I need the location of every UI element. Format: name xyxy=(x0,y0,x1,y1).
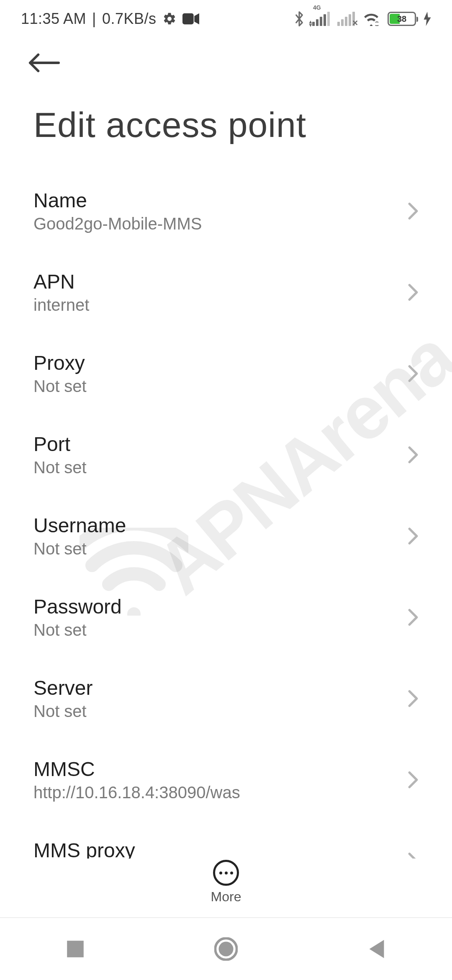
signal-sim2: ✕ xyxy=(337,12,355,26)
status-time: 11:35 AM xyxy=(21,10,86,28)
item-value: Not set xyxy=(33,377,87,396)
chevron-right-icon xyxy=(408,689,419,708)
wifi-icon xyxy=(362,12,380,26)
item-port[interactable]: Port Not set xyxy=(0,414,452,495)
gear-icon xyxy=(162,12,177,26)
more-icon xyxy=(213,860,239,886)
back-button[interactable] xyxy=(25,44,63,82)
item-password[interactable]: Password Not set xyxy=(0,577,452,658)
status-left: 11:35 AM | 0.7KB/s xyxy=(21,10,199,28)
svg-point-4 xyxy=(219,942,234,957)
item-value: Not set xyxy=(33,702,92,721)
chevron-right-icon xyxy=(408,202,419,220)
item-name[interactable]: Name Good2go-Mobile-MMS xyxy=(0,170,452,252)
item-label: Proxy xyxy=(33,351,87,374)
nav-home-button[interactable] xyxy=(184,937,268,961)
chevron-right-icon xyxy=(408,852,419,859)
item-mms-proxy[interactable]: MMS proxy 10.16.18.77 xyxy=(0,820,452,859)
chevron-right-icon xyxy=(408,771,419,789)
battery-icon: 38 xyxy=(388,12,416,26)
svg-rect-0 xyxy=(182,13,194,25)
arrow-left-icon xyxy=(28,52,60,73)
status-sep: | xyxy=(92,10,96,28)
battery-text: 38 xyxy=(397,14,406,24)
item-value: Not set xyxy=(33,621,122,640)
more-button[interactable]: More xyxy=(0,860,452,905)
item-server[interactable]: Server Not set xyxy=(0,658,452,739)
status-rate: 0.7KB/s xyxy=(102,10,157,28)
signal-arrows-icon: ▲▼ xyxy=(308,20,313,27)
circle-icon xyxy=(214,937,238,961)
item-proxy[interactable]: Proxy Not set xyxy=(0,333,452,414)
settings-list: Name Good2go-Mobile-MMS APN internet Pro… xyxy=(0,170,452,859)
signal-x-icon: ✕ xyxy=(352,18,358,28)
square-icon xyxy=(66,940,85,958)
nav-bar xyxy=(0,917,452,980)
triangle-left-icon xyxy=(367,939,386,959)
item-label: Username xyxy=(33,514,126,537)
status-bar: 11:35 AM | 0.7KB/s 4G ▲▼ ✕ 38 xyxy=(0,0,452,38)
page-title: Edit access point xyxy=(0,88,452,170)
nav-back-button[interactable] xyxy=(335,939,419,959)
item-label: Password xyxy=(33,595,122,618)
signal-sim1: 4G ▲▼ xyxy=(312,12,330,26)
item-value: Not set xyxy=(33,458,87,477)
bluetooth-icon xyxy=(294,10,305,27)
more-label: More xyxy=(211,889,241,905)
item-label: APN xyxy=(33,270,89,293)
video-icon xyxy=(182,13,199,25)
item-label: Port xyxy=(33,433,87,456)
item-username[interactable]: Username Not set xyxy=(0,495,452,577)
item-label: MMSC xyxy=(33,758,240,781)
item-label: Server xyxy=(33,676,92,699)
chevron-right-icon xyxy=(408,446,419,464)
chevron-right-icon xyxy=(408,364,419,383)
item-label: Name xyxy=(33,189,202,212)
charging-icon xyxy=(424,12,431,26)
nav-recent-button[interactable] xyxy=(33,940,117,958)
item-value: http://10.16.18.4:38090/was xyxy=(33,783,240,802)
chevron-right-icon xyxy=(408,527,419,545)
chevron-right-icon xyxy=(408,608,419,627)
svg-rect-2 xyxy=(67,941,84,957)
item-value: Good2go-Mobile-MMS xyxy=(33,214,202,233)
item-value: internet xyxy=(33,296,89,315)
item-apn[interactable]: APN internet xyxy=(0,252,452,333)
item-value: Not set xyxy=(33,539,126,558)
toolbar xyxy=(0,38,452,88)
item-label: MMS proxy xyxy=(33,839,135,859)
item-mmsc[interactable]: MMSC http://10.16.18.4:38090/was xyxy=(0,739,452,820)
status-right: 4G ▲▼ ✕ 38 xyxy=(294,10,431,27)
chevron-right-icon xyxy=(408,283,419,302)
signal-4g-label: 4G xyxy=(313,4,321,11)
